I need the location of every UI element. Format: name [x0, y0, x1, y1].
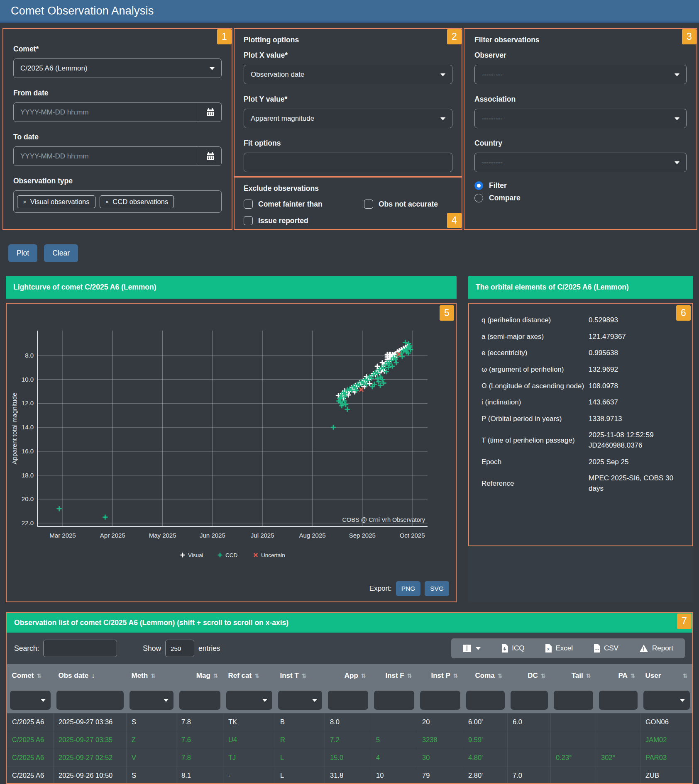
from-date-field[interactable]: YYYY-MM-DD hh:mm [13, 102, 222, 122]
filter-select-ref-cat[interactable] [226, 691, 272, 710]
table-row[interactable]: C/2025 A62025-09-27 03:36S7.8TKB8.0206.0… [7, 713, 693, 731]
table-cell: 302° [596, 749, 640, 767]
plot-y-select[interactable]: Apparent magnitude [244, 109, 452, 128]
step-badge-1: 1 [217, 29, 232, 44]
filter-select-user[interactable] [643, 691, 690, 710]
csv-export-button[interactable]: csv CSV [591, 644, 621, 653]
obstype-tag-label: Visual observations [30, 198, 90, 206]
search-input[interactable] [43, 640, 117, 657]
exclude-check-issue-reported[interactable]: Issue reported [244, 216, 364, 225]
table-cell: C/2025 A6 [7, 713, 54, 731]
step-badge-3: 3 [682, 29, 697, 44]
association-select[interactable]: --------- [474, 109, 687, 128]
filter-mode-radio-group: FilterCompare [474, 181, 687, 202]
fit-options-input[interactable] [244, 153, 452, 172]
export-png-button[interactable]: PNG [396, 581, 421, 596]
radio-compare[interactable]: Compare [474, 194, 687, 202]
column-label: Obs date [59, 672, 89, 680]
show-label: Show [143, 644, 161, 653]
report-button[interactable]: Report [637, 644, 676, 653]
checkbox-icon[interactable] [244, 200, 253, 209]
to-date-field[interactable]: YYYY-MM-DD hh:mm [13, 146, 222, 166]
table-cell: 15.0 [325, 749, 371, 767]
columns-icon [463, 645, 471, 652]
calendar-icon[interactable] [199, 147, 221, 166]
filter-input-app[interactable] [328, 691, 368, 710]
filter-input-obs-date[interactable] [56, 691, 124, 710]
column-header-comet[interactable]: Comet⇅ [7, 664, 54, 687]
radio-icon[interactable] [474, 194, 483, 202]
filter-input-mag[interactable] [179, 691, 220, 710]
orbital-element-value: 132.9692 [589, 365, 680, 375]
orbital-elements-card: The orbital elements of C/2025 A6 (Lemmo… [468, 276, 693, 602]
obstype-tag[interactable]: ×CCD observations [100, 195, 174, 208]
icq-export-button[interactable]: ICQ [499, 644, 527, 653]
filter-input-dc[interactable] [511, 691, 548, 710]
table-row[interactable]: C/2025 A62025-09-27 03:35Z7.6U4R7.253238… [7, 731, 693, 749]
column-header-inst-p[interactable]: Inst P⇅ [417, 664, 463, 687]
exclude-check-obs-not-accurate[interactable]: Obs not accurate [364, 200, 452, 209]
filter-select-meth[interactable] [130, 691, 174, 710]
column-header-pa[interactable]: PA⇅ [596, 664, 640, 687]
obstype-tag[interactable]: ×Visual observations [17, 195, 95, 208]
column-header-user[interactable]: User⇅ [640, 664, 693, 687]
table-cell: 10 [371, 767, 417, 784]
plot-x-select[interactable]: Observation date [244, 65, 452, 84]
chevron-down-icon [41, 699, 46, 702]
from-date-placeholder: YYYY-MM-DD hh:mm [14, 108, 199, 117]
exclude-observations-panel: 4 Exclude observations Comet fainter tha… [234, 177, 462, 230]
filter-input-inst-f[interactable] [374, 691, 414, 710]
country-select[interactable]: --------- [474, 153, 687, 172]
table-row[interactable]: C/2025 A62025-09-27 02:52V7.8TJL15.04304… [7, 749, 693, 767]
clear-button[interactable]: Clear [44, 244, 78, 262]
filter-input-tail[interactable] [554, 691, 593, 710]
table-cell [371, 713, 417, 731]
show-entries-input[interactable] [165, 640, 194, 657]
column-header-tail[interactable]: Tail⇅ [551, 664, 596, 687]
column-header-app[interactable]: App⇅ [325, 664, 371, 687]
radio-icon[interactable] [474, 181, 483, 190]
column-header-meth[interactable]: Meth⇅ [127, 664, 176, 687]
column-header-mag[interactable]: Mag⇅ [176, 664, 223, 687]
radio-filter[interactable]: Filter [474, 181, 687, 190]
column-header-inst-f[interactable]: Inst F⇅ [371, 664, 417, 687]
table-cell: TJ [223, 749, 275, 767]
column-header-dc[interactable]: DC⇅ [508, 664, 551, 687]
remove-tag-icon[interactable]: × [23, 198, 27, 205]
obstype-multiselect[interactable]: ×Visual observations×CCD observations [13, 190, 222, 213]
comet-select[interactable]: C/2025 A6 (Lemmon) [13, 58, 222, 78]
svg-text:Jun 2025: Jun 2025 [200, 532, 225, 539]
remove-tag-icon[interactable]: × [105, 198, 109, 205]
column-label: Comet [12, 672, 34, 680]
association-value: --------- [481, 114, 503, 123]
checkbox-icon[interactable] [244, 216, 253, 225]
column-header-obs-date[interactable]: Obs date↓ [54, 664, 127, 687]
exclude-check-comet-fainter-than[interactable]: Comet fainter than [244, 200, 364, 209]
table-cell: 7.6 [176, 731, 223, 749]
filter-select-inst-t[interactable] [278, 691, 322, 710]
filter-select-comet[interactable] [10, 691, 51, 710]
table-cell: 4.80' [463, 749, 508, 767]
calendar-icon[interactable] [199, 103, 221, 122]
sort-both-icon: ⇅ [453, 672, 458, 679]
filter-input-inst-p[interactable] [420, 691, 460, 710]
orbital-element-label: ω (argument of perihelion) [481, 365, 589, 375]
filter-input-coma[interactable] [466, 691, 505, 710]
orbital-elements-list: q (perihelion distance)0.529893a (semi-m… [481, 315, 680, 494]
plot-button[interactable]: Plot [8, 244, 37, 262]
column-header-ref-cat[interactable]: Ref cat⇅ [223, 664, 275, 687]
observer-select[interactable]: --------- [474, 65, 687, 84]
column-header-coma[interactable]: Coma⇅ [463, 664, 508, 687]
excel-export-button[interactable]: x Excel [543, 644, 575, 653]
export-svg-button[interactable]: SVG [425, 581, 449, 596]
filter-input-pa[interactable] [599, 691, 638, 710]
svg-text:12.0: 12.0 [22, 399, 34, 407]
exclude-title: Exclude observations [244, 184, 452, 193]
column-visibility-button[interactable] [460, 644, 483, 653]
table-cell: 79 [417, 767, 463, 784]
checkbox-icon[interactable] [364, 200, 373, 209]
column-header-inst-t[interactable]: Inst T⇅ [275, 664, 325, 687]
table-cell: S [127, 713, 176, 731]
table-cell: U4 [223, 731, 275, 749]
table-row[interactable]: C/2025 A62025-09-26 10:50S8.1-L31.810792… [7, 767, 693, 784]
